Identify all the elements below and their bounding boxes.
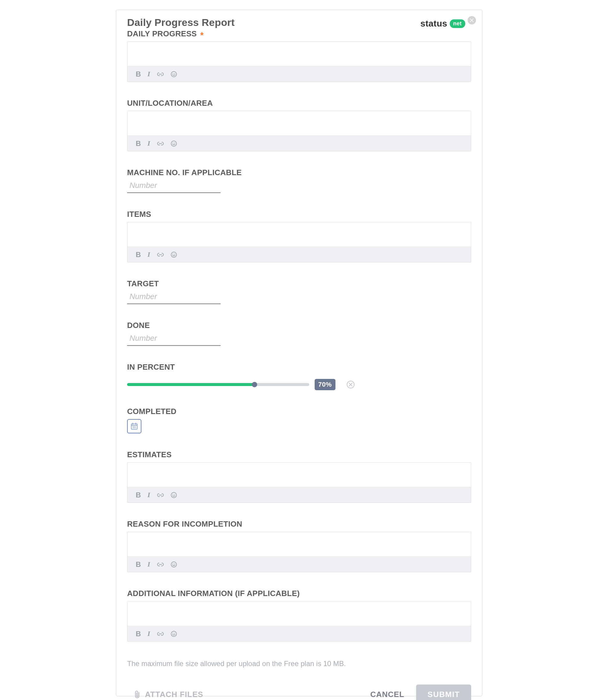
done-input[interactable]: [127, 332, 220, 346]
svg-point-16: [172, 494, 173, 495]
field-estimates: ESTIMATES B I: [127, 450, 471, 503]
svg-point-21: [171, 631, 177, 636]
calendar-icon[interactable]: [127, 419, 141, 433]
svg-point-23: [174, 633, 175, 633]
estimates-label: ESTIMATES: [127, 450, 471, 459]
emoji-icon[interactable]: [171, 631, 177, 637]
modal-footer: ATTACH FILES CANCEL SUBMIT: [127, 684, 471, 700]
percent-slider[interactable]: [127, 383, 309, 386]
additional-input[interactable]: [127, 601, 471, 626]
field-unit-location: UNIT/LOCATION/AREA B I: [127, 99, 471, 151]
link-icon[interactable]: [157, 562, 164, 567]
footer-actions: CANCEL SUBMIT: [370, 684, 471, 700]
emoji-icon[interactable]: [171, 251, 177, 258]
svg-point-17: [174, 494, 175, 495]
attach-files-button[interactable]: ATTACH FILES: [127, 690, 203, 699]
daily-progress-input[interactable]: [127, 42, 471, 66]
emoji-icon[interactable]: [171, 492, 177, 498]
machine-no-input[interactable]: [127, 179, 220, 193]
percent-value-badge: 70%: [315, 379, 335, 390]
done-label: DONE: [127, 321, 471, 330]
svg-point-15: [171, 492, 177, 498]
unit-location-label: UNIT/LOCATION/AREA: [127, 99, 471, 108]
italic-icon[interactable]: I: [147, 140, 150, 147]
additional-toolbar: B I: [127, 626, 471, 641]
unit-location-input[interactable]: [127, 111, 471, 135]
submit-button[interactable]: SUBMIT: [416, 684, 471, 700]
bold-icon[interactable]: B: [136, 491, 141, 499]
reason-editor: B I: [127, 532, 471, 572]
field-daily-progress: DAILY PROGRESS * B I: [127, 29, 471, 82]
completed-label: COMPLETED: [127, 407, 471, 416]
italic-icon[interactable]: I: [147, 630, 150, 638]
clear-percent-icon[interactable]: [347, 381, 355, 389]
percent-slider-handle[interactable]: [252, 382, 257, 387]
field-additional: ADDITIONAL INFORMATION (IF APPLICABLE) B…: [127, 589, 471, 642]
bold-icon[interactable]: B: [136, 630, 141, 638]
modal-title: Daily Progress Report: [127, 17, 235, 28]
svg-point-3: [171, 141, 177, 146]
bold-icon[interactable]: B: [136, 70, 141, 78]
svg-point-18: [171, 562, 177, 567]
field-in-percent: IN PERCENT 70%: [127, 362, 471, 390]
emoji-icon[interactable]: [171, 561, 177, 568]
svg-point-2: [174, 73, 175, 74]
estimates-editor: B I: [127, 462, 471, 503]
italic-icon[interactable]: I: [147, 70, 150, 78]
bold-icon[interactable]: B: [136, 251, 141, 259]
svg-point-22: [172, 633, 173, 633]
bold-icon[interactable]: B: [136, 560, 141, 569]
emoji-icon[interactable]: [171, 71, 177, 77]
link-icon[interactable]: [157, 632, 164, 636]
italic-icon[interactable]: I: [147, 251, 150, 258]
svg-point-0: [171, 72, 177, 77]
required-asterisk-icon: *: [199, 30, 204, 40]
field-machine-no: MACHINE NO. IF APPLICABLE: [127, 168, 471, 193]
additional-editor: B I: [127, 601, 471, 642]
items-input[interactable]: [127, 222, 471, 247]
brand-status-text: status: [420, 19, 447, 29]
field-reason: REASON FOR INCOMPLETION B I: [127, 520, 471, 572]
svg-point-1: [172, 73, 173, 74]
svg-point-4: [172, 142, 173, 143]
daily-progress-label: DAILY PROGRESS *: [127, 29, 471, 39]
estimates-toolbar: B I: [127, 487, 471, 502]
emoji-icon[interactable]: [171, 140, 177, 147]
reason-toolbar: B I: [127, 556, 471, 572]
cancel-button[interactable]: CANCEL: [370, 690, 404, 699]
in-percent-label: IN PERCENT: [127, 362, 471, 372]
field-items: ITEMS B I: [127, 210, 471, 262]
field-done: DONE: [127, 321, 471, 346]
close-icon[interactable]: [468, 16, 476, 24]
unit-location-toolbar: B I: [127, 135, 471, 151]
bold-icon[interactable]: B: [136, 140, 141, 148]
brand-logo: status net: [420, 19, 465, 29]
items-toolbar: B I: [127, 247, 471, 262]
daily-progress-editor: B I: [127, 42, 471, 82]
link-icon[interactable]: [157, 142, 164, 146]
daily-progress-toolbar: B I: [127, 66, 471, 82]
svg-point-7: [172, 253, 173, 254]
report-modal: Daily Progress Report status net DAILY P…: [116, 9, 483, 696]
machine-no-label: MACHINE NO. IF APPLICABLE: [127, 168, 471, 177]
modal-header: Daily Progress Report status net: [127, 17, 471, 29]
attach-files-label: ATTACH FILES: [145, 690, 203, 699]
field-target: TARGET: [127, 279, 471, 304]
target-label: TARGET: [127, 279, 471, 288]
reason-input[interactable]: [127, 532, 471, 556]
estimates-input[interactable]: [127, 462, 471, 487]
reason-label: REASON FOR INCOMPLETION: [127, 520, 471, 529]
link-icon[interactable]: [157, 493, 164, 497]
daily-progress-label-text: DAILY PROGRESS: [127, 29, 197, 38]
italic-icon[interactable]: I: [147, 491, 150, 499]
upload-size-hint: The maximum file size allowed per upload…: [127, 659, 471, 668]
svg-point-19: [172, 563, 173, 564]
svg-point-20: [174, 563, 175, 564]
italic-icon[interactable]: I: [147, 560, 150, 568]
percent-slider-fill: [127, 383, 255, 386]
link-icon[interactable]: [157, 253, 164, 257]
paperclip-icon: [134, 690, 141, 699]
target-input[interactable]: [127, 290, 220, 304]
link-icon[interactable]: [157, 72, 164, 76]
svg-point-8: [174, 253, 175, 254]
